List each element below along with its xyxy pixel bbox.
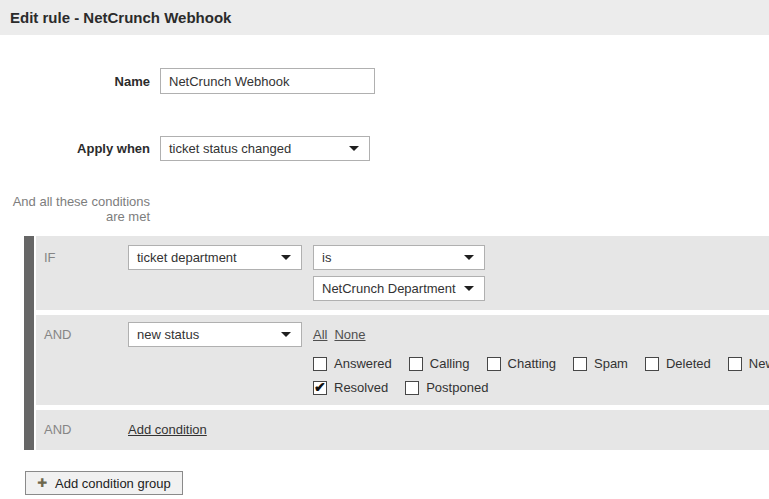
checkbox-icon[interactable] xyxy=(645,357,659,371)
select-all-link[interactable]: All xyxy=(313,327,327,342)
name-input[interactable] xyxy=(160,68,375,94)
status-checkbox-resolved[interactable]: Resolved xyxy=(313,380,388,395)
if-field-selected-value: ticket department xyxy=(137,250,237,265)
status-checkbox-label: Resolved xyxy=(334,380,388,395)
status-checkbox-label: Chatting xyxy=(508,356,556,371)
apply-when-select[interactable]: ticket status changed xyxy=(160,136,370,161)
and-add-section: AND Add condition xyxy=(36,410,769,450)
apply-when-row: Apply when ticket status changed xyxy=(0,136,769,161)
status-checkbox-list: Answered Calling Chatting Spam xyxy=(313,356,769,395)
status-checkbox-label: Answered xyxy=(334,356,392,371)
status-checkbox-label: Spam xyxy=(594,356,628,371)
chevron-down-icon xyxy=(464,286,474,291)
add-condition-link[interactable]: Add condition xyxy=(128,422,207,437)
and-status-section: AND new status All None Answered xyxy=(36,315,769,405)
name-row: Name xyxy=(0,68,769,94)
chevron-down-icon xyxy=(281,255,291,260)
footer: ✚ Add condition group xyxy=(25,471,769,495)
chevron-down-icon xyxy=(464,255,474,260)
status-checkbox-label: Postponed xyxy=(426,380,488,395)
status-checkbox-postponed[interactable]: Postponed xyxy=(405,380,488,395)
if-operator-select[interactable]: is xyxy=(313,245,485,270)
page-title: Edit rule - NetCrunch Webhook xyxy=(0,0,769,35)
checkbox-icon[interactable] xyxy=(728,357,742,371)
and-field-select[interactable]: new status xyxy=(128,322,302,347)
if-operator-selected-value: is xyxy=(322,250,331,265)
checkbox-icon[interactable] xyxy=(405,381,419,395)
checkbox-icon[interactable] xyxy=(409,357,423,371)
select-none-link[interactable]: None xyxy=(334,327,365,342)
add-condition-group-button[interactable]: ✚ Add condition group xyxy=(25,471,183,495)
status-checkbox-answered[interactable]: Answered xyxy=(313,356,392,371)
status-checkbox-label: Calling xyxy=(430,356,470,371)
checkbox-icon[interactable] xyxy=(313,357,327,371)
chevron-down-icon xyxy=(349,146,359,151)
status-checkbox-calling[interactable]: Calling xyxy=(409,356,470,371)
and-field-selected-value: new status xyxy=(137,327,199,342)
status-checkbox-new[interactable]: New xyxy=(728,356,769,371)
if-value-select[interactable]: NetCrunch Department xyxy=(313,276,485,301)
if-condition-section: IF ticket department is NetCrunch Depart… xyxy=(36,236,769,310)
condition-group-bar xyxy=(24,236,34,450)
status-checkbox-label: Deleted xyxy=(666,356,711,371)
plus-icon: ✚ xyxy=(37,477,47,489)
if-label: IF xyxy=(44,245,128,265)
status-checkbox-label: New xyxy=(749,356,769,371)
chevron-down-icon xyxy=(281,332,291,337)
and-label: AND xyxy=(44,322,128,342)
status-checkbox-spam[interactable]: Spam xyxy=(573,356,628,371)
checkbox-icon[interactable] xyxy=(313,381,327,395)
if-value-selected-value: NetCrunch Department xyxy=(322,281,456,296)
name-label: Name xyxy=(0,74,160,89)
and-label: AND xyxy=(44,422,128,437)
if-field-select[interactable]: ticket department xyxy=(128,245,302,270)
status-checkbox-deleted[interactable]: Deleted xyxy=(645,356,711,371)
apply-when-selected-value: ticket status changed xyxy=(169,141,291,156)
status-checkbox-chatting[interactable]: Chatting xyxy=(487,356,556,371)
conditions-note: And all these conditions are met xyxy=(0,194,160,224)
condition-group: IF ticket department is NetCrunch Depart… xyxy=(0,236,769,450)
add-condition-group-label: Add condition group xyxy=(55,476,171,491)
checkbox-icon[interactable] xyxy=(573,357,587,371)
apply-when-label: Apply when xyxy=(0,141,160,156)
condition-group-body: IF ticket department is NetCrunch Depart… xyxy=(36,236,769,450)
checkbox-icon[interactable] xyxy=(487,357,501,371)
